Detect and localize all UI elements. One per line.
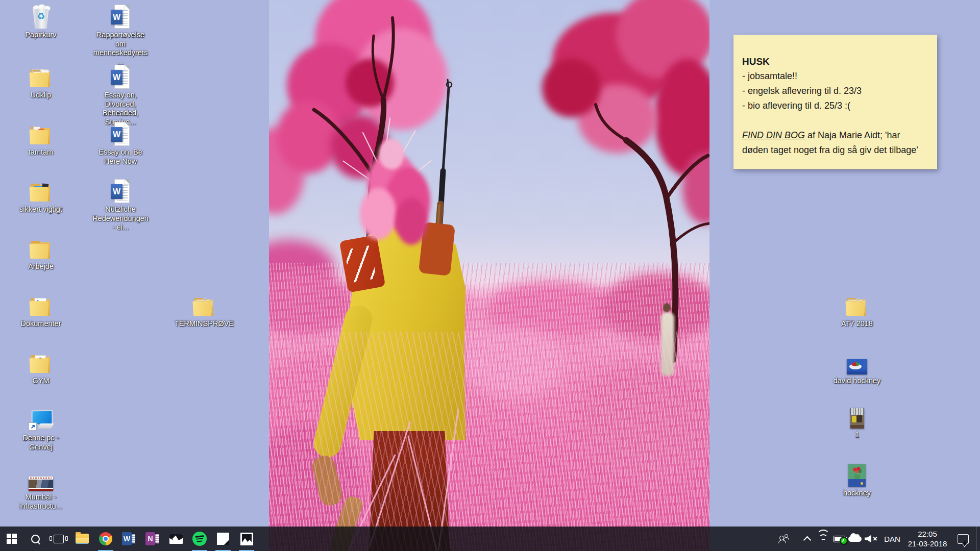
image-thumbnail-icon xyxy=(850,408,864,429)
file-explorer-icon xyxy=(76,534,89,544)
desktop-icon-david-hockney[interactable]: david hockney xyxy=(830,349,884,386)
wifi-icon xyxy=(818,535,829,543)
onenote-button[interactable]: N xyxy=(141,527,164,551)
tray-date: 21-03-2018 xyxy=(908,539,947,548)
sticky-note[interactable]: HUSK - jobsamtale!! - engelsk aflevering… xyxy=(733,35,937,169)
desktop-icon-tamtam[interactable]: tamtam xyxy=(14,120,67,157)
desktop-icon-udklip[interactable]: Udklip xyxy=(14,63,67,100)
battery-button[interactable] xyxy=(831,527,847,551)
chrome-button[interactable] xyxy=(94,527,117,551)
battery-charging-icon xyxy=(834,536,845,542)
foreground-grass xyxy=(269,332,709,551)
word-icon: W xyxy=(122,532,136,545)
sticky-notes-button[interactable] xyxy=(211,527,235,551)
icon-label: Papirkurv xyxy=(25,31,56,40)
volume-muted-icon xyxy=(865,535,878,543)
taskbar-search-button[interactable] xyxy=(23,527,47,551)
folder-chrome-icon xyxy=(29,126,53,146)
icon-label: Rapportøvelse om menneskedyrets ... xyxy=(93,31,148,66)
folder-papers-icon xyxy=(192,297,216,317)
desktop-icon-papirkurv[interactable]: ♻ Papirkurv xyxy=(14,3,67,40)
word-document-icon: W xyxy=(110,65,131,89)
sticky-notes-icon xyxy=(217,533,229,545)
people-button[interactable] xyxy=(774,527,794,551)
desktop-icon-hockney[interactable]: hockney xyxy=(830,461,884,498)
icon-label: sikkert vigtigt xyxy=(19,205,62,214)
volume-button[interactable] xyxy=(863,527,880,551)
folder-icon xyxy=(29,240,53,260)
taskbar: W N DAN 22:05 21-03-2018 xyxy=(0,527,980,551)
onenote-icon: N xyxy=(145,532,160,545)
sticky-note-line: - engelsk aflevering til d. 23/3 xyxy=(742,84,926,98)
chrome-icon xyxy=(99,532,112,545)
presentation-thumbnail-icon xyxy=(29,477,53,491)
task-view-button[interactable] xyxy=(47,527,70,551)
icon-label: Mumbai - infrastructu... xyxy=(14,493,67,511)
icon-label: Essay on, Be Here Now xyxy=(94,148,147,166)
shortcut-arrow-icon xyxy=(29,422,37,431)
desktop-icon-nuetzliche[interactable]: W Nützliche Redewendungen - ei... xyxy=(94,178,147,232)
icon-label: TERMINSPRØVE xyxy=(175,319,234,329)
icon-label: Udklip xyxy=(31,91,51,100)
word-button[interactable]: W xyxy=(117,527,141,551)
network-button[interactable] xyxy=(816,527,831,551)
desktop-icon-at7-2018[interactable]: AT7 2018 xyxy=(830,292,884,329)
desktop-icon-arbejde[interactable]: Arbejde xyxy=(14,235,67,271)
folder-papers-icon xyxy=(845,297,869,317)
icon-label: AT7 2018 xyxy=(841,319,873,329)
folder-icon xyxy=(29,68,53,89)
sticky-note-book-title: FIND DIN BOG xyxy=(742,130,805,140)
action-center-button[interactable] xyxy=(950,527,976,551)
icon-label: GYM xyxy=(32,377,49,386)
search-icon xyxy=(31,535,40,543)
desktop-icon-1[interactable]: 1 xyxy=(830,403,884,440)
desktop-icon-mumbai[interactable]: Mumbai - infrastructu... xyxy=(14,465,67,511)
language-indicator[interactable]: DAN xyxy=(880,527,904,551)
photos-icon xyxy=(240,533,253,545)
onedrive-button[interactable] xyxy=(847,527,863,551)
icon-label: david hockney xyxy=(834,377,881,386)
icon-label: Arbejde xyxy=(28,262,54,271)
icon-label: Dokumenter xyxy=(21,319,61,329)
onedrive-cloud-icon xyxy=(848,536,862,542)
sticky-note-paragraph: FIND DIN BOG af Naja Marie Aidt; 'har dø… xyxy=(742,128,926,158)
clock[interactable]: 22:05 21-03-2018 xyxy=(904,527,950,551)
chevron-up-icon xyxy=(803,536,811,544)
wallpaper-photo xyxy=(269,0,709,551)
icon-label: 1 xyxy=(855,431,859,440)
photos-button[interactable] xyxy=(235,527,258,551)
desktop-icon-essay-behere[interactable]: W Essay on, Be Here Now xyxy=(94,120,147,166)
icon-label: hockney xyxy=(843,489,871,498)
desktop-icon-rapportovelse[interactable]: W Rapportøvelse om menneskedyrets ... xyxy=(94,3,147,66)
image-thumbnail-icon xyxy=(848,464,866,487)
people-icon xyxy=(778,534,790,543)
file-explorer-button[interactable] xyxy=(70,527,94,551)
desktop-icon-denne-pc[interactable]: Denne pc - Genvej xyxy=(14,406,67,452)
tray-time: 22:05 xyxy=(908,529,947,539)
windows-logo-icon xyxy=(7,534,17,544)
system-tray: DAN 22:05 21-03-2018 xyxy=(774,527,980,551)
spotify-button[interactable] xyxy=(188,527,211,551)
image-thumbnail-icon xyxy=(847,359,867,374)
this-pc-icon xyxy=(29,409,53,432)
desktop: ♻ Papirkurv W Rapportøvelse om mennesked… xyxy=(0,0,980,551)
icon-label: tamtam xyxy=(29,148,53,157)
task-view-icon xyxy=(54,535,64,543)
start-button[interactable] xyxy=(0,527,23,551)
word-document-icon: W xyxy=(110,5,131,29)
word-document-icon: W xyxy=(110,122,131,146)
desktop-icon-dokumenter[interactable]: A Dokumenter xyxy=(14,292,67,329)
sticky-note-title: HUSK xyxy=(742,54,926,69)
folder-documents-icon: A xyxy=(29,297,53,317)
desktop-icon-essay-divorced[interactable]: W Essay on, Divorced, Beheaded, Survive.… xyxy=(94,63,147,127)
hidden-icons-button[interactable] xyxy=(798,527,816,551)
desktop-icon-terminsprove[interactable]: TERMINSPRØVE xyxy=(178,292,231,329)
folder-teamviewer-icon xyxy=(29,183,53,203)
action-center-icon xyxy=(958,534,969,544)
folder-photo-icon xyxy=(29,354,53,374)
show-desktop-button[interactable] xyxy=(976,527,980,551)
desktop-icon-sikkert-vigtigt[interactable]: sikkert vigtigt xyxy=(14,178,67,214)
word-document-icon: W xyxy=(110,179,131,203)
mail-button[interactable] xyxy=(164,527,188,551)
desktop-icon-gym[interactable]: GYM xyxy=(14,349,67,386)
